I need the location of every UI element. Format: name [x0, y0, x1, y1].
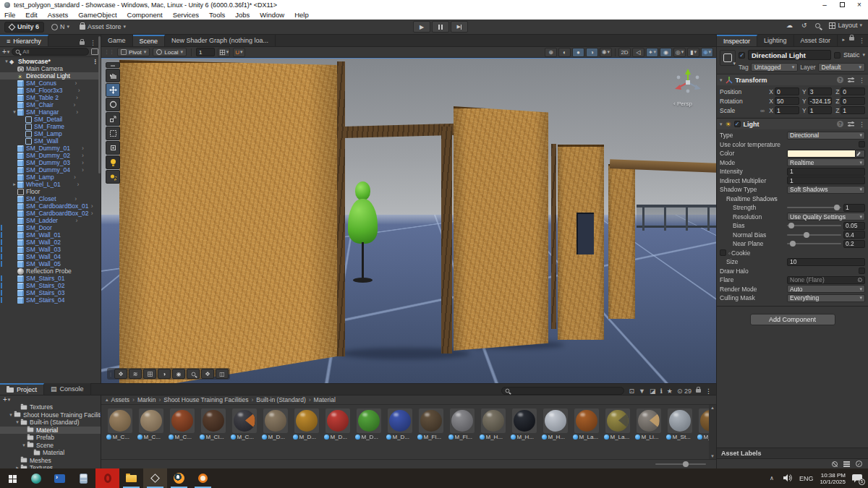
breadcrumb-segment[interactable]: Assets [111, 396, 130, 403]
inspector-tab[interactable]: Lighting [757, 35, 794, 46]
kebab-menu-icon[interactable]: ⋮ [859, 37, 865, 44]
hierarchy-item[interactable]: SM_Stairs_04 [0, 296, 101, 304]
hierarchy-item[interactable]: SM_Dummy_01 [0, 145, 101, 152]
object-picker-icon[interactable]: ⊙ [857, 276, 862, 283]
layer-dropdown[interactable]: Default▾ [818, 63, 866, 72]
language-indicator[interactable]: ENG [799, 475, 814, 482]
static-dropdown-icon[interactable]: ▾ [862, 52, 865, 58]
effects-dropdown[interactable]: ✦▾ [646, 48, 658, 57]
hierarchy-item[interactable]: SM_Hangar [0, 108, 101, 116]
perspective-label[interactable]: ‹ Persp [668, 100, 697, 107]
component-enable-checkbox[interactable]: ✓ [734, 121, 741, 127]
property-number-field[interactable]: 10 [787, 258, 865, 266]
cloud-icon[interactable]: ☁ [786, 22, 793, 29]
breadcrumb-segment[interactable]: Built-in (Standard) [256, 396, 306, 403]
hierarchy-item[interactable]: SM_Wall_05 [0, 260, 101, 267]
scale-link-icon[interactable]: ∞ [759, 107, 766, 114]
check-status-icon[interactable]: ✓ [856, 461, 862, 467]
camera-icon[interactable]: ◫ [216, 369, 229, 379]
hierarchy-scrollbar[interactable] [98, 36, 101, 174]
prefab-chevron-icon[interactable] [91, 202, 93, 210]
rotate-tool[interactable] [106, 98, 120, 111]
hierarchy-item[interactable]: SM_CardboardBox_01 [0, 202, 101, 210]
hierarchy-item[interactable]: SM_Chair [0, 101, 101, 108]
property-dropdown[interactable]: Everything▾ [787, 294, 865, 302]
hierarchy-item[interactable]: SM_CardboardBox_02 [0, 210, 101, 217]
opera-gx-icon[interactable] [191, 468, 215, 488]
property-dropdown[interactable]: Realtime▾ [787, 158, 865, 166]
hidden-count-eye[interactable]: ⊙ 29 [677, 388, 692, 395]
property-number-field[interactable]: 1 [787, 176, 865, 184]
calculator-icon[interactable] [72, 468, 95, 488]
fx-toggle-icon[interactable]: ◑ [586, 48, 598, 57]
prefab-chevron-icon[interactable] [91, 210, 93, 217]
material-asset[interactable]: M_Cl... [199, 408, 227, 440]
hierarchy-item[interactable]: SM_Frame [0, 123, 101, 130]
maximize-button[interactable] [833, 0, 851, 10]
project-tree-item[interactable]: Meshes [0, 457, 101, 465]
prefab-chevron-icon[interactable] [76, 217, 78, 224]
material-asset[interactable]: M_C... [106, 408, 134, 440]
help-icon[interactable]: ? [837, 77, 843, 83]
close-button[interactable]: × [851, 0, 868, 10]
menu-item[interactable]: Help [294, 11, 309, 19]
x-value-field[interactable]: 1 [775, 106, 799, 114]
hierarchy-item[interactable]: SM_Closet [0, 195, 101, 202]
breadcrumb-segment[interactable]: Material [314, 396, 336, 403]
layers-icon[interactable]: ≋ [129, 369, 142, 379]
hierarchy-item[interactable]: Reflection Probe [0, 267, 101, 275]
expander-icon[interactable] [12, 109, 17, 115]
lock-icon[interactable] [80, 41, 85, 45]
transform-tool[interactable] [106, 141, 120, 155]
scene-viewport[interactable]: ▬ [101, 58, 716, 383]
unity-editor-icon[interactable] [143, 468, 167, 488]
material-asset[interactable]: M_D... [354, 408, 383, 440]
hierarchy-search-input[interactable]: All [12, 48, 89, 56]
asset-grid-scrollbar[interactable]: ▲▼ [709, 405, 716, 459]
breadcrumb-segment[interactable]: Markin [137, 396, 156, 403]
hierarchy-item[interactable]: SM_Wall [0, 137, 101, 145]
account-menu[interactable]: N ▾ [51, 23, 69, 30]
hierarchy-item[interactable]: Main Camera [0, 65, 101, 72]
material-asset[interactable]: M_H... [510, 408, 538, 440]
expander-icon[interactable] [4, 59, 9, 64]
create-object-button[interactable]: +▾ [2, 48, 9, 56]
view-options-icon[interactable]: ⊕ [545, 48, 557, 57]
hierarchy-item[interactable]: SM_Stairs_03 [0, 289, 101, 296]
move-tool[interactable] [106, 83, 120, 97]
grid-snap-icon[interactable]: ▾ [218, 48, 230, 57]
material-asset[interactable]: M_Li... [634, 408, 663, 440]
hierarchy-item[interactable]: Directional Light [0, 72, 101, 80]
tab-hierarchy[interactable]: ≡ Hierarchy [0, 35, 48, 46]
camera-overlay-dropdown[interactable]: ◎▾ [673, 48, 686, 57]
project-tree-item[interactable]: Textures [0, 403, 101, 411]
hierarchy-item[interactable]: Floor [0, 188, 101, 195]
tab-console[interactable]: ▤ Console [44, 383, 91, 395]
project-tree-item[interactable]: Shoot House Training Facilities [0, 411, 101, 419]
minimize-button[interactable]: – [816, 0, 833, 10]
project-tree-item[interactable]: Scene [0, 442, 101, 450]
unity-version-chip[interactable]: Unity 6 [4, 22, 44, 33]
add-component-button[interactable]: Add Component [750, 314, 835, 325]
audio-mute-icon[interactable]: ◁ [632, 48, 644, 57]
hierarchy-item[interactable]: SM_Lamp [0, 130, 101, 137]
scene-lighting-icon[interactable]: ◐ [558, 48, 571, 57]
property-dropdown[interactable]: Use Quality Settings▾ [787, 213, 865, 221]
project-tree-item[interactable]: Prefab [0, 434, 101, 442]
material-asset[interactable]: M_D... [292, 408, 320, 440]
menu-item[interactable]: Tools [209, 11, 225, 19]
material-asset[interactable]: M_D... [386, 408, 414, 440]
move-icon[interactable]: ✥ [201, 369, 214, 379]
material-asset[interactable]: M_C... [230, 408, 258, 440]
prefab-chevron-icon[interactable] [82, 152, 84, 159]
hierarchy-item[interactable]: SM_Detail [0, 116, 101, 123]
drag-handle[interactable]: ⋮⋮ [104, 49, 114, 55]
color-field[interactable] [787, 150, 865, 158]
hierarchy-item[interactable]: Wheel_L_01 [0, 181, 101, 188]
hierarchy-item[interactable]: SM_Door [0, 224, 101, 231]
notification-center-icon[interactable]: 5 [852, 474, 862, 483]
pivot-toggle[interactable]: Pivot▾ [117, 48, 150, 56]
expander-icon[interactable] [21, 442, 27, 448]
hierarchy-item[interactable]: SM_Dummy_02 [0, 152, 101, 159]
prefab-chevron-icon[interactable] [82, 166, 84, 174]
